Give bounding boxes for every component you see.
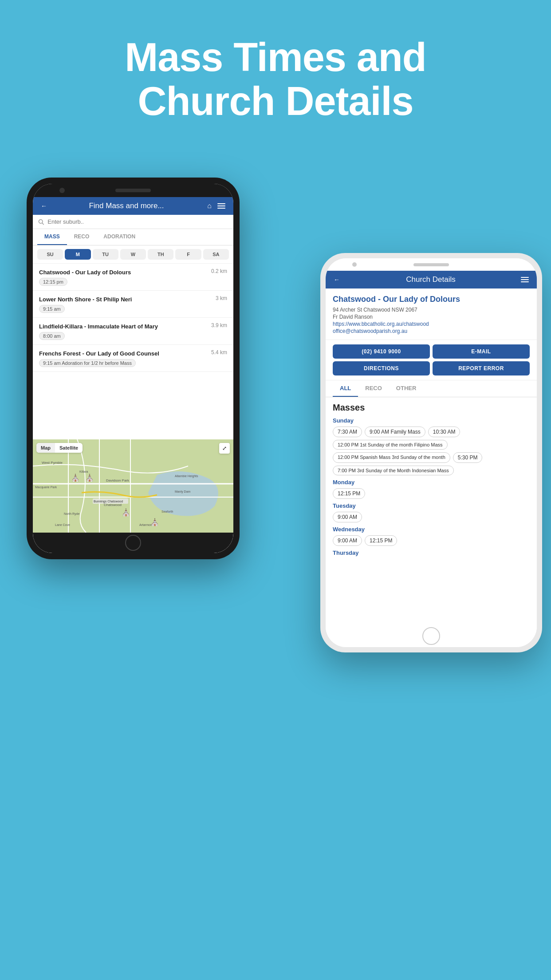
- day-saturday[interactable]: SA: [203, 249, 229, 260]
- directions-button[interactable]: DIRECTIONS: [333, 361, 430, 375]
- hero-title-line2: Church Details: [0, 79, 551, 123]
- home-circle-icon-right: [422, 627, 440, 645]
- back-button[interactable]: ←: [40, 202, 48, 210]
- church-distance: 3 km: [216, 295, 227, 301]
- time-chip[interactable]: 12:00 PM 1st Sunday of the month Filipin…: [333, 440, 448, 450]
- church-address: 94 Archer St Chatswood NSW 2067: [333, 307, 530, 313]
- church-time: 12:15 pm: [39, 278, 67, 286]
- time-chip[interactable]: 10:30 AM: [428, 427, 460, 437]
- map-satellite-toggle[interactable]: Map Satellite: [36, 443, 83, 453]
- church-name: Chatswood - Our Lady of Dolours: [39, 269, 131, 276]
- day-label-wednesday: Wednesday: [333, 526, 530, 533]
- svg-text:Lane Cove: Lane Cove: [55, 523, 70, 526]
- svg-text:⛪: ⛪: [122, 508, 130, 517]
- app-title-right: Church Details: [341, 275, 521, 284]
- time-chip[interactable]: 7:30 AM: [333, 427, 362, 437]
- day-friday[interactable]: F: [175, 249, 201, 260]
- filter-tab-other[interactable]: OTHER: [389, 380, 424, 397]
- home-button-left[interactable]: [33, 533, 233, 553]
- app-header-left: ← Find Mass and more... ⌂: [33, 197, 233, 215]
- search-input[interactable]: [47, 218, 228, 225]
- app-header-right: ← Church Details: [326, 271, 537, 288]
- map-view: West Pymble Macquarie Park Killara David…: [33, 439, 233, 533]
- svg-text:Seaforth: Seaforth: [161, 510, 173, 513]
- masses-section: Masses Sunday 7:30 AM 9:00 AM Family Mas…: [326, 397, 537, 564]
- church-time: 8:00 am: [39, 332, 65, 340]
- map-toggle-satellite[interactable]: Satellite: [55, 443, 83, 453]
- time-chip[interactable]: 12:15 PM: [333, 488, 365, 499]
- masses-title: Masses: [333, 403, 530, 413]
- church-priest: Fr David Ranson: [333, 314, 530, 320]
- church-detail-name: Chatswood - Our Lady of Dolours: [333, 295, 530, 304]
- tuesday-times: 9:00 AM: [333, 512, 530, 522]
- report-error-button[interactable]: REPORT ERROR: [433, 361, 530, 375]
- svg-text:Davidson Park: Davidson Park: [106, 478, 130, 482]
- church-detail: Chatswood - Our Lady of Dolours 94 Arche…: [326, 288, 537, 625]
- church-time: 9:15 am Adoration for 1/2 hr before Mass: [39, 359, 136, 367]
- menu-icon-right[interactable]: [521, 275, 530, 284]
- church-time: 9:15 am: [39, 305, 65, 313]
- home-button-right[interactable]: [326, 625, 537, 647]
- church-detail-header: Chatswood - Our Lady of Dolours 94 Arche…: [326, 288, 537, 340]
- time-chip[interactable]: 12:15 PM: [365, 535, 397, 546]
- call-button[interactable]: (02) 9410 9000: [333, 344, 430, 359]
- time-chip[interactable]: 12:00 PM Spanish Mass 3rd Sunday of the …: [333, 452, 450, 463]
- svg-text:North Ryde: North Ryde: [64, 512, 80, 516]
- phone-left: ← Find Mass and more... ⌂ MASS RECO AD: [27, 178, 240, 559]
- day-label-monday: Monday: [333, 479, 530, 486]
- time-chip[interactable]: 7:00 PM 3rd Sunday of the Month Indonesi…: [333, 466, 454, 475]
- app-title-left: Find Mass and more...: [48, 202, 205, 210]
- wednesday-times: 9:00 AM 12:15 PM: [333, 535, 530, 546]
- monday-times: 12:15 PM: [333, 488, 530, 499]
- home-icon[interactable]: ⌂: [205, 202, 214, 210]
- time-chip[interactable]: 9:00 AM: [333, 512, 362, 522]
- filter-tabs: ALL RECO OTHER: [326, 380, 537, 397]
- front-camera-icon: [59, 188, 65, 193]
- day-thursday[interactable]: TH: [148, 249, 173, 260]
- tab-reco[interactable]: RECO: [67, 229, 97, 245]
- tab-adoration[interactable]: ADORATION: [96, 229, 142, 245]
- home-circle-icon: [125, 535, 141, 551]
- time-chip[interactable]: 5:30 PM: [453, 452, 483, 463]
- church-email[interactable]: office@chatswoodparish.org.au: [333, 328, 530, 334]
- svg-text:⛪: ⛪: [71, 474, 80, 482]
- back-button-right[interactable]: ←: [333, 276, 341, 284]
- filter-tab-all[interactable]: ALL: [333, 380, 358, 397]
- svg-text:Bunnings Chatswood: Bunnings Chatswood: [94, 500, 123, 503]
- phone-right-notch: [326, 258, 537, 271]
- map-expand-button[interactable]: ⤢: [219, 443, 230, 454]
- hero-title: Mass Times and Church Details: [0, 0, 551, 123]
- sunday-times: 7:30 AM 9:00 AM Family Mass 10:30 AM 12:…: [333, 427, 530, 475]
- phones-container: ← Find Mass and more... ⌂ MASS RECO AD: [0, 151, 551, 950]
- email-button[interactable]: E-MAIL: [433, 344, 530, 359]
- list-item[interactable]: Frenchs Forest - Our Lady of Good Counse…: [33, 345, 233, 372]
- day-wednesday[interactable]: W: [120, 249, 146, 260]
- filter-tab-reco[interactable]: RECO: [358, 380, 389, 397]
- list-item[interactable]: Chatswood - Our Lady of Dolours 0.2 km 1…: [33, 264, 233, 291]
- speaker-icon-right: [413, 263, 449, 266]
- phone-right: ← Church Details Chatswood - Our Lady of…: [320, 253, 542, 652]
- list-item[interactable]: Lower North Shore - St Philip Neri 3 km …: [33, 291, 233, 318]
- map-area[interactable]: West Pymble Macquarie Park Killara David…: [33, 439, 233, 533]
- day-tuesday[interactable]: TU: [93, 249, 118, 260]
- front-camera-icon-right: [352, 262, 357, 267]
- map-toggle-map[interactable]: Map: [36, 443, 55, 453]
- church-distance: 0.2 km: [211, 268, 227, 274]
- church-name: Frenchs Forest - Our Lady of Good Counse…: [39, 350, 159, 357]
- action-buttons: (02) 9410 9000 E-MAIL DIRECTIONS REPORT …: [326, 340, 537, 380]
- church-distance: 5.4 km: [211, 349, 227, 356]
- day-label-thursday: Thursday: [333, 549, 530, 556]
- tab-mass[interactable]: MASS: [37, 229, 67, 245]
- search-bar: [33, 215, 233, 229]
- time-chip[interactable]: 9:00 AM: [333, 535, 362, 546]
- time-chip[interactable]: 9:00 AM Family Mass: [365, 427, 425, 437]
- church-list: Chatswood - Our Lady of Dolours 0.2 km 1…: [33, 264, 233, 439]
- day-monday[interactable]: M: [65, 249, 91, 260]
- day-selector: SU M TU W TH F SA: [33, 245, 233, 264]
- list-item[interactable]: Lindfield-Killara - Immaculate Heart of …: [33, 318, 233, 345]
- day-sunday[interactable]: SU: [37, 249, 63, 260]
- menu-icon[interactable]: [217, 202, 226, 210]
- church-website[interactable]: https://www.bbcatholic.org.au/chatswood: [333, 321, 530, 327]
- category-tabs: MASS RECO ADORATION: [33, 229, 233, 245]
- svg-line-1: [42, 223, 43, 224]
